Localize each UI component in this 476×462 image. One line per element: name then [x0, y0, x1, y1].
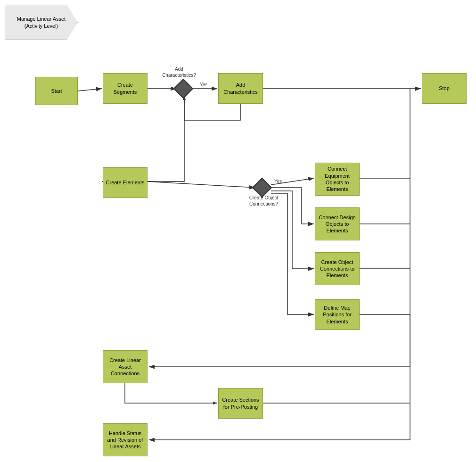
- add-char-decision-label: Add Characteristics?: [160, 66, 198, 78]
- create-object-connections-box: Create Object Connections to Elements: [315, 252, 360, 285]
- handle-status-box: Handle Status and Revision of Linear Ass…: [103, 423, 148, 456]
- start-box: Start: [35, 77, 78, 105]
- add-char-diamond: [173, 79, 193, 99]
- diagram-container: Manage Linear Asset (Activity Level): [0, 0, 476, 462]
- svg-text:Yes: Yes: [200, 82, 207, 87]
- connect-equipment-box: Connect Equipment Objects to Elements: [315, 163, 360, 196]
- svg-line-8: [148, 182, 255, 188]
- header-label: Manage Linear Asset (Activity Level): [5, 5, 78, 40]
- svg-line-1: [78, 89, 102, 91]
- add-characteristics-box: Add Characteristics: [218, 73, 263, 104]
- create-linear-asset-box: Create Linear Asset Connections: [103, 350, 148, 383]
- stop-box: Stop: [422, 73, 467, 104]
- create-segments-box: Create Segments: [103, 73, 148, 104]
- connect-design-box: Connect Design Objects to Elements: [315, 207, 360, 240]
- svg-text:Yes: Yes: [274, 179, 282, 184]
- svg-line-9: [271, 178, 314, 185]
- create-elements-box: Create Elements: [103, 167, 148, 198]
- create-obj-decision-label: Create Object Connections?: [246, 195, 281, 207]
- svg-marker-15: [213, 402, 217, 404]
- header-title: Manage Linear Asset (Activity Level): [10, 16, 73, 29]
- define-map-box: Define Map Positions for Elements: [315, 299, 360, 330]
- create-sections-box: Create Sections for Pre-Posting: [218, 388, 263, 419]
